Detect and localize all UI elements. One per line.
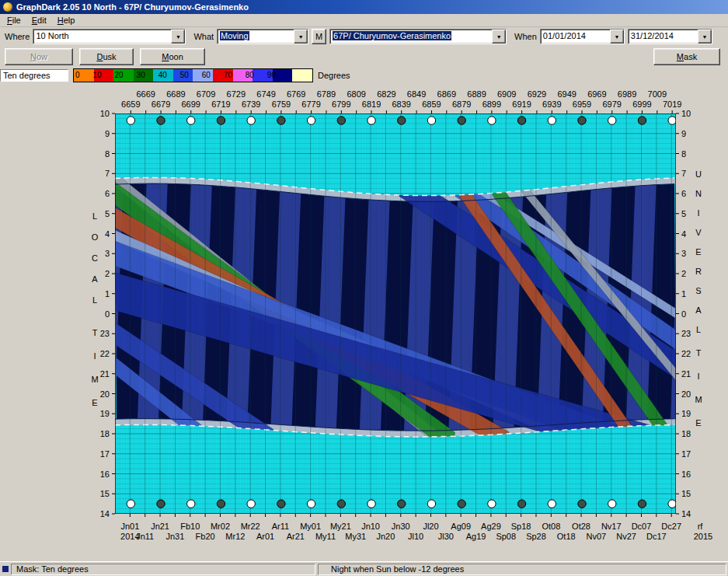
legend-segment: [292, 69, 312, 82]
svg-text:V: V: [695, 228, 702, 237]
where-value: 10 North: [33, 30, 171, 44]
what-value: Moving: [218, 30, 294, 44]
legend-tick: 30: [137, 70, 145, 80]
date-end-combo[interactable]: 31/12/2014: [628, 29, 712, 44]
svg-text:6679: 6679: [152, 99, 170, 109]
moon-phase-marker: [398, 117, 406, 124]
moon-button-label: Moon: [162, 52, 183, 61]
legend-tick: 10: [92, 70, 101, 80]
mask-type-field: Ten degrees: [0, 69, 68, 82]
svg-text:Dc27: Dc27: [661, 522, 681, 531]
svg-text:L: L: [92, 211, 97, 221]
object-dropdown-arrow-icon[interactable]: [492, 30, 506, 44]
legend-tick: 20: [115, 70, 124, 80]
svg-text:6849: 6849: [407, 89, 426, 99]
object-combo[interactable]: 67P/ Churyumov-Gerasimenko: [329, 29, 507, 44]
moon-phase-marker: [307, 500, 315, 508]
where-label: Where: [3, 32, 31, 41]
date-start-dropdown-arrow-icon[interactable]: [610, 30, 624, 44]
svg-text:Dc07: Dc07: [632, 522, 652, 531]
moon-phase-marker: [277, 117, 285, 124]
where-combo[interactable]: 10 North: [33, 29, 186, 44]
svg-text:6769: 6769: [287, 89, 305, 99]
legend-tick: 60: [202, 70, 211, 80]
menu-file[interactable]: File: [2, 15, 26, 26]
menu-help[interactable]: Help: [52, 15, 81, 26]
svg-text:16: 16: [681, 470, 691, 479]
menu-help-label: Help: [57, 16, 75, 25]
svg-text:E: E: [695, 418, 701, 428]
moon-phase-marker: [247, 500, 255, 508]
now-button: Now: [5, 48, 73, 65]
date-end-dropdown-arrow-icon[interactable]: [698, 30, 712, 44]
action-toolbar: Now Dusk Moon Mask: [0, 46, 728, 68]
svg-text:8: 8: [681, 149, 686, 159]
svg-text:Ar11: Ar11: [272, 522, 289, 531]
title-bar[interactable]: GraphDark 2.05 10 North - 67P/ Churyumov…: [0, 0, 728, 14]
menu-file-label: File: [7, 16, 21, 25]
svg-text:C: C: [92, 253, 98, 263]
svg-text:6859: 6859: [422, 99, 441, 109]
moon-phase-marker: [488, 117, 496, 124]
app-icon: [3, 2, 12, 12]
menu-edit[interactable]: Edit: [26, 15, 52, 26]
what-combo[interactable]: Moving: [217, 29, 308, 44]
plot-area: [93, 113, 702, 527]
mask-button[interactable]: Mask: [653, 48, 720, 65]
svg-text:My21: My21: [330, 522, 351, 531]
moon-phase-marker: [337, 500, 345, 508]
moon-phase-marker: [398, 500, 406, 508]
status-night-text: Night when Sun below -12 degrees: [331, 564, 464, 574]
svg-text:Ag19: Ag19: [466, 532, 486, 541]
svg-text:My11: My11: [315, 532, 336, 541]
moon-phase-marker: [367, 500, 375, 508]
moon-phase-marker: [187, 500, 195, 508]
svg-text:1: 1: [105, 289, 110, 298]
svg-text:Ag29: Ag29: [481, 522, 501, 531]
degrees-label: Degrees: [318, 71, 350, 80]
status-night-panel: Night when Sun below -12 degrees: [318, 564, 726, 575]
degrees-scale-ticks: 0102030405060708090: [75, 70, 276, 80]
svg-text:6759: 6759: [272, 99, 291, 109]
svg-text:6929: 6929: [528, 89, 546, 99]
svg-text:6899: 6899: [482, 99, 501, 109]
svg-text:Ot18: Ot18: [557, 532, 576, 541]
svg-text:S: S: [695, 286, 701, 295]
svg-text:8: 8: [105, 149, 110, 159]
svg-text:1: 1: [681, 289, 686, 298]
svg-text:6659: 6659: [121, 99, 140, 109]
svg-text:6: 6: [105, 189, 110, 198]
legend-tick: 50: [180, 70, 189, 80]
moon-phase-marker: [638, 500, 646, 508]
menu-edit-label: Edit: [32, 16, 47, 25]
svg-text:T: T: [696, 348, 702, 358]
dusk-button[interactable]: Dusk: [79, 48, 134, 65]
moon-phase-marker: [157, 117, 165, 124]
svg-text:6989: 6989: [618, 89, 636, 99]
svg-text:6999: 6999: [632, 99, 651, 109]
what-dropdown-arrow-icon[interactable]: [294, 30, 308, 44]
moon-phase-marker: [127, 117, 134, 124]
moon-phase-marker: [668, 500, 676, 508]
darkness-chart-svg: 6669668967096729674967696789680968296849…: [0, 82, 728, 561]
legend-row: Ten degrees 0102030405060708090 Degrees: [0, 68, 728, 82]
svg-text:A: A: [92, 274, 98, 284]
moon-phase-marker: [638, 117, 646, 124]
svg-text:6709: 6709: [197, 89, 215, 99]
svg-text:Nv07: Nv07: [587, 532, 607, 541]
svg-text:Mr02: Mr02: [211, 522, 230, 531]
svg-text:N: N: [695, 189, 702, 198]
m-button[interactable]: M: [312, 29, 326, 44]
moon-button[interactable]: Moon: [140, 48, 205, 65]
svg-text:23: 23: [681, 329, 691, 338]
moon-phase-marker: [307, 117, 315, 124]
date-start-combo[interactable]: 01/01/2014: [540, 29, 625, 44]
where-dropdown-arrow-icon[interactable]: [171, 30, 185, 44]
svg-text:6879: 6879: [452, 99, 471, 109]
svg-text:21: 21: [681, 369, 691, 379]
svg-text:6889: 6889: [467, 89, 486, 99]
svg-text:Dc17: Dc17: [646, 532, 667, 541]
svg-text:7019: 7019: [663, 99, 681, 109]
moon-phase-marker: [367, 117, 375, 124]
svg-text:6789: 6789: [317, 89, 336, 99]
